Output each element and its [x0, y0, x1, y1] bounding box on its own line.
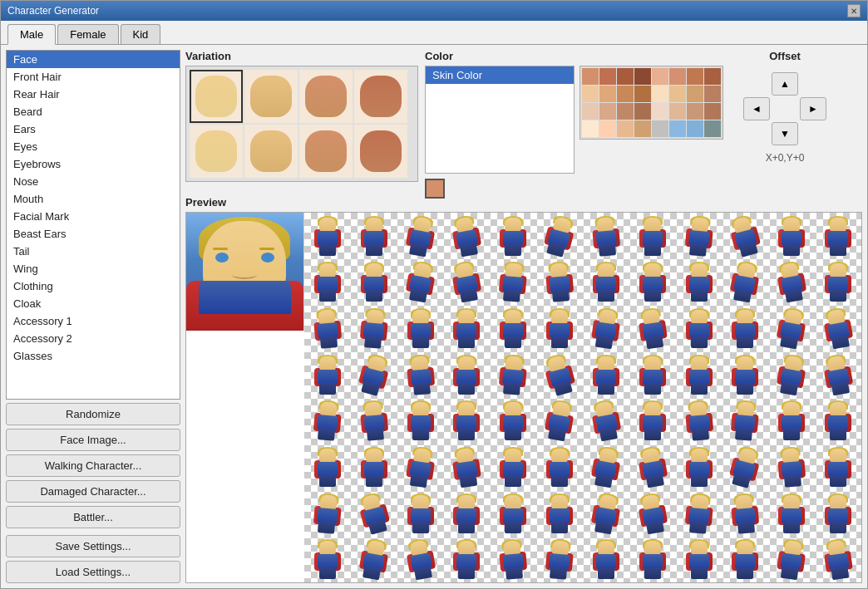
color-swatch-7[interactable]	[704, 68, 721, 85]
category-item-face[interactable]: Face	[7, 51, 180, 68]
color-swatch-25[interactable]	[599, 120, 616, 137]
sprite-cell-73	[351, 490, 397, 537]
category-item-wing[interactable]: Wing	[7, 260, 180, 277]
color-swatch-4[interactable]	[652, 68, 668, 85]
color-swatch-27[interactable]	[634, 120, 651, 137]
sprite-cell-31	[629, 305, 676, 351]
sprite-cell-64	[490, 444, 536, 490]
sprite-cell-41	[536, 351, 583, 398]
variation-cell-3[interactable]	[354, 70, 407, 123]
sprite-cell-33	[722, 305, 768, 351]
color-swatch-5[interactable]	[669, 68, 686, 85]
category-item-accessory2[interactable]: Accessory 2	[7, 330, 180, 347]
category-item-beard[interactable]: Beard	[7, 103, 180, 120]
color-swatch-26[interactable]	[617, 120, 634, 137]
walking-character-button[interactable]: Walking Character...	[6, 454, 180, 477]
sprite-cell-82	[768, 490, 815, 537]
sprite-cell-87	[443, 536, 490, 582]
category-item-ears[interactable]: Ears	[7, 120, 180, 138]
color-list-item-skin[interactable]: Skin Color	[426, 66, 574, 84]
color-swatch-16[interactable]	[582, 103, 599, 120]
save-settings-button[interactable]: Save Settings...	[6, 535, 180, 557]
color-swatch-31[interactable]	[704, 120, 721, 137]
portrait-eyebrow-right	[259, 248, 274, 250]
offset-left-button[interactable]: ◄	[743, 97, 770, 120]
color-swatch-18[interactable]	[617, 103, 634, 120]
sprite-cell-10	[768, 213, 815, 259]
sprite-cell-28	[490, 305, 536, 351]
color-swatch-1[interactable]	[599, 68, 616, 85]
tab-kid[interactable]: Kid	[121, 24, 161, 44]
category-item-accessory1[interactable]: Accessory 1	[7, 312, 180, 330]
color-swatch-9[interactable]	[599, 86, 616, 102]
category-item-beast-ears[interactable]: Beast Ears	[7, 225, 180, 243]
load-settings-button[interactable]: Load Settings...	[6, 561, 180, 583]
tab-female[interactable]: Female	[57, 24, 118, 44]
variation-cell-1[interactable]	[244, 70, 298, 123]
variation-cell-4[interactable]	[190, 125, 243, 178]
sprite-cell-8	[676, 213, 723, 259]
variation-cell-5[interactable]	[244, 125, 298, 178]
category-item-nose[interactable]: Nose	[7, 173, 180, 190]
battler-button[interactable]: Battler...	[6, 506, 180, 528]
color-swatch-21[interactable]	[669, 103, 686, 120]
color-swatch-2[interactable]	[617, 68, 634, 85]
sprite-cell-23	[815, 259, 861, 306]
sprite-cell-78	[583, 490, 629, 537]
color-swatch-20[interactable]	[652, 103, 668, 120]
face-image-button[interactable]: Face Image...	[6, 429, 180, 451]
color-swatch-13[interactable]	[669, 86, 686, 102]
color-swatch-6[interactable]	[687, 68, 703, 85]
damaged-character-button[interactable]: Damaged Character...	[6, 480, 180, 503]
category-item-rear-hair[interactable]: Rear Hair	[7, 86, 180, 103]
sprite-cell-25	[351, 305, 397, 351]
sprite-cell-40	[490, 351, 536, 398]
offset-empty-3	[772, 97, 798, 120]
close-button[interactable]: ✕	[847, 4, 861, 17]
color-swatch-17[interactable]	[599, 103, 616, 120]
sprite-cell-47	[815, 351, 861, 398]
offset-empty-5	[800, 122, 826, 145]
sprite-cell-85	[351, 536, 397, 582]
color-swatch-24[interactable]	[582, 120, 599, 137]
color-swatch-15[interactable]	[704, 86, 721, 102]
offset-right-button[interactable]: ►	[800, 97, 826, 120]
category-item-eyebrows[interactable]: Eyebrows	[7, 155, 180, 173]
color-swatch-3[interactable]	[634, 68, 651, 85]
color-swatch-14[interactable]	[687, 86, 703, 102]
preview-portrait	[186, 213, 304, 331]
offset-up-button[interactable]: ▲	[772, 72, 798, 96]
randomize-button[interactable]: Randomize	[6, 403, 180, 425]
tab-male[interactable]: Male	[7, 24, 56, 45]
category-item-glasses[interactable]: Glasses	[7, 347, 180, 365]
color-swatch-23[interactable]	[704, 103, 721, 120]
category-item-facial-mark[interactable]: Facial Mark	[7, 208, 180, 225]
color-swatch-10[interactable]	[617, 86, 634, 102]
variation-cell-0[interactable]	[190, 70, 243, 123]
color-swatch-30[interactable]	[687, 120, 703, 137]
variation-label: Variation	[185, 50, 418, 62]
color-swatch-28[interactable]	[652, 120, 668, 137]
color-swatch-11[interactable]	[634, 86, 651, 102]
variation-cell-2[interactable]	[299, 70, 353, 123]
sprite-cell-69	[722, 444, 768, 490]
color-swatch-29[interactable]	[669, 120, 686, 137]
sprite-cell-45	[722, 351, 768, 398]
color-swatch-0[interactable]	[582, 68, 599, 85]
offset-down-button[interactable]: ▼	[772, 122, 798, 145]
color-swatch-8[interactable]	[582, 86, 599, 102]
category-item-front-hair[interactable]: Front Hair	[7, 68, 180, 86]
category-item-cloak[interactable]: Cloak	[7, 295, 180, 312]
color-swatch-22[interactable]	[687, 103, 703, 120]
sprite-cell-5	[536, 213, 583, 259]
category-item-eyes[interactable]: Eyes	[7, 138, 180, 155]
category-item-tail[interactable]: Tail	[7, 243, 180, 260]
category-item-mouth[interactable]: Mouth	[7, 190, 180, 208]
variation-grid-container[interactable]	[185, 66, 418, 182]
color-swatch-19[interactable]	[634, 103, 651, 120]
color-swatch-12[interactable]	[652, 86, 668, 102]
category-item-clothing[interactable]: Clothing	[7, 277, 180, 295]
variation-cell-6[interactable]	[299, 125, 353, 178]
sprite-cell-11	[815, 213, 861, 259]
variation-cell-7[interactable]	[354, 125, 407, 178]
